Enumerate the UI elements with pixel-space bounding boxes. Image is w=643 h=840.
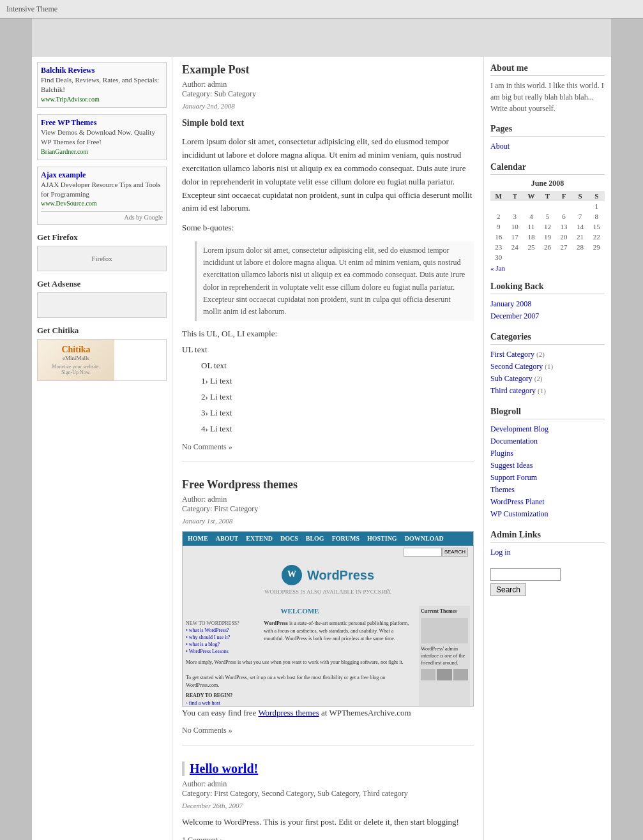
category-item-sub: Sub Category (2) [490, 373, 605, 385]
blogroll-item-support: Support Forum [490, 472, 605, 484]
blogroll-item-suggest: Suggest Ideas [490, 460, 605, 472]
widget-admin-links: Admin Links Log in [490, 530, 605, 559]
get-chitika-label: Get Chitika [37, 326, 167, 336]
blogroll-link-wpplanet[interactable]: WordPress Planet [490, 497, 545, 506]
categories-list: First Category (2) Second Category (1) S… [490, 349, 605, 397]
main-container: Balchik Reviews Find Deals, Reviews, Rat… [32, 57, 611, 840]
wp-themes-text: WordPress' admin interface is one of the… [421, 645, 468, 667]
search-button[interactable]: Search [490, 583, 526, 596]
category-count-sub: (2) [534, 375, 543, 382]
post-body-hello: Welcome to WordPress. This is your first… [182, 816, 474, 829]
wp-search-input [404, 548, 442, 557]
wp-logo-area: W WordPress WORDPRESS IS ALSO AVAILABLE … [183, 559, 473, 603]
category-item-third: Third category (1) [490, 385, 605, 397]
blogroll-list: Development Blog Documentation Plugins S… [490, 423, 605, 520]
post-hello-world: Hello world! Author: admin Category: Fir… [182, 761, 474, 840]
post-title-link-example[interactable]: Example Post [182, 63, 250, 76]
wp-nav-bar: HOME ABOUT EXTEND DOCS BLOG FORUMS HOSTI… [183, 532, 473, 546]
chitika-logo: Chitika [43, 345, 109, 355]
li-item-2: 2› Li text [201, 391, 474, 404]
no-comments-link-example[interactable]: No Comments » [182, 442, 232, 451]
about-title: About me [490, 63, 605, 76]
wp-theme-images [421, 669, 468, 680]
category-item-first: First Category (2) [490, 349, 605, 361]
cal-row-1: 1 [490, 201, 605, 211]
wp-themes-text-body: You can easy find free Wordpress themes … [182, 707, 474, 720]
blogroll-link-themes[interactable]: Themes [490, 485, 515, 494]
wp-nav-home: HOME [188, 534, 208, 544]
main-content: Example Post Author: admin Category: Sub… [172, 57, 483, 840]
wp-search-button[interactable]: SEARCH [442, 548, 468, 557]
ad-link-ajax[interactable]: Ajax example [41, 170, 86, 179]
post-body-wpthemes: HOME ABOUT EXTEND DOCS BLOG FORUMS HOSTI… [182, 531, 474, 720]
li-item-4: 4› Li text [201, 423, 474, 436]
category-link-first[interactable]: First Category [490, 350, 534, 359]
no-comments-wpthemes: No Comments » [182, 726, 474, 735]
looking-back-link-dec2007[interactable]: December 2007 [490, 311, 539, 320]
chitika-tagline: Monetize your website.Sign-Up Now. [43, 364, 109, 375]
pages-list: About [490, 140, 605, 153]
no-comments-link-wpthemes[interactable]: No Comments » [182, 726, 232, 735]
post-meta-example: Author: admin Category: Sub Category [182, 80, 474, 99]
post-blockquote: Lorem ipsum dolor sit amet, consectetur … [195, 241, 474, 321]
comment-link-hello-a[interactable]: 1 Comment » [182, 836, 223, 840]
hello-body-text: Welcome to WordPress. This is your first… [182, 816, 474, 829]
wp-nav-forums: FORUMS [332, 534, 359, 544]
cal-row-4: 16171819202122 [490, 232, 605, 242]
search-input[interactable] [490, 568, 561, 581]
blogroll-link-devblog[interactable]: Development Blog [490, 424, 548, 433]
adsense-widget [37, 292, 167, 318]
ads-footer: Ads by Google [41, 211, 163, 221]
category-link-second[interactable]: Second Category [490, 362, 543, 371]
ul-text: UL text [182, 343, 474, 357]
chitika-img: Chitika eMiniMalls Monetize your website… [38, 340, 114, 380]
wp-nav-docs: DOCS [280, 534, 298, 544]
post-title-link-wpthemes[interactable]: Free Wordpress themes [182, 478, 298, 491]
cal-row-5: 23242526272829 [490, 242, 605, 252]
wp-nav-hosting: HOSTING [367, 534, 397, 544]
post-date-hello: December 26th, 2007 [182, 802, 474, 809]
post-category-hello: Category: First Category, Second Categor… [182, 789, 408, 798]
post-example: Example Post Author: admin Category: Sub… [182, 63, 474, 462]
pages-title: Pages [490, 124, 605, 137]
post-title-link-hello[interactable]: Hello world! [190, 761, 258, 776]
widget-search: Search [490, 568, 605, 596]
category-link-sub[interactable]: Sub Category [490, 374, 533, 383]
post-wp-themes: Free Wordpress themes Author: admin Cate… [182, 478, 474, 746]
ads-by-google: Ads by Google [124, 214, 163, 221]
post-category-wpthemes: Category: First Category [182, 504, 258, 513]
looking-back-jan2008: January 2008 [490, 298, 605, 310]
looking-back-link-jan2008[interactable]: January 2008 [490, 299, 531, 308]
wp-welcome-left: NEW TO WORDPRESS? • what is WordPress? •… [186, 620, 261, 656]
wp-logo-circle: W [282, 565, 302, 585]
widget-blogroll: Blogroll Development Blog Documentation … [490, 407, 605, 520]
right-sidebar: About me I am in this world. I like this… [483, 57, 611, 840]
blogroll-item-themes: Themes [490, 484, 605, 496]
no-comments-example: No Comments » [182, 442, 474, 452]
calendar-nav: « Jan [490, 264, 605, 272]
calendar-prev-link[interactable]: « Jan [490, 264, 505, 272]
login-link[interactable]: Log in [490, 548, 511, 557]
page-link-about[interactable]: About [490, 142, 510, 151]
admin-links-list: Log in [490, 546, 605, 559]
blogroll-link-plugins[interactable]: Plugins [490, 449, 513, 458]
post-author-example: Author: admin [182, 80, 227, 89]
left-sidebar: Balchik Reviews Find Deals, Reviews, Rat… [32, 57, 172, 840]
blogroll-item-wpplanet: WordPress Planet [490, 496, 605, 508]
bold-text: Simple bold text [182, 116, 474, 130]
wp-body-right: Current Themes WordPress' admin interfac… [419, 606, 470, 707]
post-author-hello: Author: admin [182, 779, 227, 788]
ad-link-wpthemes[interactable]: Free WP Themes [41, 118, 96, 127]
blogroll-link-wpcustom[interactable]: WP Customization [490, 509, 548, 518]
category-link-third[interactable]: Third category [490, 386, 536, 395]
ad-link-balchik[interactable]: Balchik Reviews [41, 66, 95, 75]
li-item-1: 1› Li text [201, 375, 474, 388]
blogroll-link-suggest[interactable]: Suggest Ideas [490, 461, 533, 470]
calendar-table: M T W T F S S 1 [490, 191, 605, 262]
blogroll-item-docs: Documentation [490, 435, 605, 447]
firefox-widget: Firefox [37, 246, 167, 271]
blogroll-link-docs[interactable]: Documentation [490, 437, 538, 446]
wordpress-themes-link[interactable]: Wordpress themes [258, 708, 319, 717]
blogroll-item-wpcustom: WP Customization [490, 508, 605, 520]
blogroll-link-support[interactable]: Support Forum [490, 473, 537, 482]
